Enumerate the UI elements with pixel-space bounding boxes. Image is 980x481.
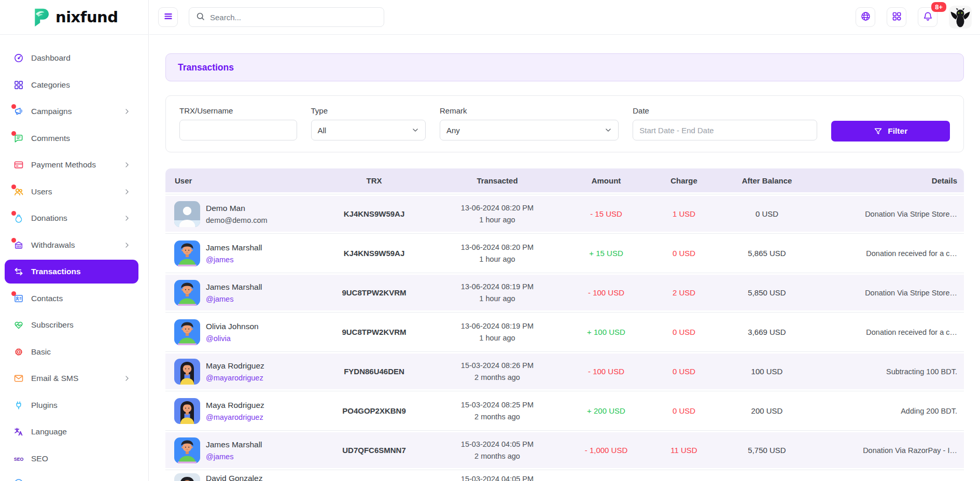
after-balance: 5,865 USD <box>723 249 811 258</box>
details: Subtracting 100 BDT. <box>811 367 964 376</box>
sidebar-item-plugins[interactable]: Plugins <box>5 393 138 417</box>
sidebar-item-withdrawals[interactable]: Withdrawals <box>5 233 138 257</box>
filter-button[interactable]: Filter <box>831 121 950 142</box>
sidebar-item-donations[interactable]: Donations <box>5 206 138 230</box>
table-row[interactable]: Maya Rodriguez @mayarodriguez PO4GOP2XKB… <box>165 393 964 429</box>
filter-button-label: Filter <box>888 126 907 136</box>
search-icon <box>195 11 205 23</box>
user-handle[interactable]: @mayarodriguez <box>206 413 264 421</box>
avatar-james <box>174 437 200 463</box>
amount: + 15 USD <box>567 249 645 258</box>
table-row[interactable]: James Marshall @james KJ4KNS9W59AJ 13-06… <box>165 235 964 271</box>
sidebar-item-users[interactable]: Users <box>5 180 138 204</box>
date-range-input[interactable] <box>633 120 817 140</box>
trx-id: 9UC8TPW2KVRM <box>321 328 427 336</box>
transacted-date: 15-03-2024 08:26 PM <box>427 360 567 372</box>
sidebar-item-language[interactable]: Language <box>5 420 138 444</box>
transacted-cell: 13-06-2024 08:20 PM 1 hour ago <box>427 242 567 265</box>
unread-dot <box>11 131 16 136</box>
sidebar-item-label: Subscribers <box>31 320 74 330</box>
after-balance: 5,850 USD <box>723 288 811 297</box>
after-balance: 100 USD <box>723 367 811 376</box>
type-label: Type <box>311 106 426 115</box>
user-avatar[interactable] <box>949 6 972 29</box>
table-row[interactable]: Demo Man demo@demo.com KJ4KNS9W59AJ 13-0… <box>165 196 964 232</box>
sidebar-item-hidden[interactable] <box>5 471 138 481</box>
bell-icon <box>922 11 933 23</box>
credit-card-icon <box>13 160 24 170</box>
table-body: Demo Man demo@demo.com KJ4KNS9W59AJ 13-0… <box>165 196 964 481</box>
sidebar: nixfund Dashboard Categories Campaigns C… <box>0 0 149 481</box>
avatar-james <box>174 280 200 306</box>
sidebar-item-transactions[interactable]: Transactions <box>5 260 138 284</box>
chevron-right-icon <box>123 108 131 115</box>
user-cell: Demo Man demo@demo.com <box>165 201 321 227</box>
notification-badge: 8+ <box>931 2 946 12</box>
sidebar-item-email-sms[interactable]: Email & SMS <box>5 366 138 390</box>
sidebar-item-campaigns[interactable]: Campaigns <box>5 100 138 123</box>
user-handle[interactable]: @mayarodriguez <box>206 374 264 382</box>
unread-dot <box>11 185 16 189</box>
table-row[interactable]: Maya Rodriguez @mayarodriguez FYDN86U46D… <box>165 353 964 389</box>
table-header-row: UserTRXTransactedAmountChargeAfter Balan… <box>165 168 964 192</box>
search-box[interactable] <box>189 7 384 27</box>
table-row[interactable]: Olivia Johnson @olivia 9UC8TPW2KVRM 13-0… <box>165 314 964 350</box>
sidebar-item-label: Dashboard <box>31 53 71 63</box>
amount: + 200 USD <box>567 406 645 415</box>
nixfund-logo-icon <box>31 7 52 27</box>
user-name: James Marshall <box>206 282 262 292</box>
sidebar-item-dashboard[interactable]: Dashboard <box>5 46 138 70</box>
unread-dot <box>11 291 16 296</box>
type-select[interactable]: All <box>311 120 426 140</box>
column-header-user: User <box>165 176 321 185</box>
user-cell: James Marshall @james <box>165 280 321 306</box>
sidebar-item-comments[interactable]: Comments <box>5 126 138 150</box>
sidebar-item-seo[interactable]: SEO SEO <box>5 447 138 471</box>
menu-toggle-button[interactable] <box>158 7 178 27</box>
circle-icon <box>13 478 24 481</box>
sidebar-item-categories[interactable]: Categories <box>5 73 138 97</box>
user-cell: David Gonzalez <box>165 472 321 481</box>
table-row[interactable]: James Marshall @james 9UC8TPW2KVRM 13-06… <box>165 275 964 310</box>
user-handle[interactable]: @olivia <box>206 334 259 343</box>
megaphone-icon <box>13 106 24 117</box>
amount: + 100 USD <box>567 328 645 336</box>
sidebar-item-contacts[interactable]: Contacts <box>5 287 138 310</box>
table-row[interactable]: James Marshall @james UD7QFC6SMNN7 15-03… <box>165 432 964 468</box>
user-handle[interactable]: demo@demo.com <box>206 216 268 224</box>
sidebar-item-basic[interactable]: Basic <box>5 340 138 364</box>
trx-username-input[interactable] <box>179 120 297 140</box>
brand[interactable]: nixfund <box>0 0 148 35</box>
after-balance: 200 USD <box>723 406 811 415</box>
language-globe-button[interactable] <box>856 7 875 27</box>
sidebar-item-label: Transactions <box>31 267 81 276</box>
user-name: James Marshall <box>206 243 262 252</box>
trx-id: UD7QFC6SMNN7 <box>321 446 427 455</box>
avatar-david <box>174 473 200 481</box>
transacted-cell: 13-06-2024 08:19 PM 1 hour ago <box>427 281 567 305</box>
user-handle[interactable]: @james <box>206 256 262 264</box>
apps-grid-icon <box>891 11 902 23</box>
table-row[interactable]: David Gonzalez 15-03-2024 04:05 PM <box>165 472 964 481</box>
search-input[interactable] <box>210 13 377 22</box>
details: Donation Via Stripe Store… <box>811 210 964 218</box>
transacted-ago: 1 hour ago <box>427 332 567 344</box>
transactions-icon <box>13 266 24 277</box>
user-name: Maya Rodriguez <box>206 361 264 371</box>
user-handle[interactable]: @james <box>206 295 262 303</box>
chevron-right-icon <box>123 375 131 382</box>
apps-grid-button[interactable] <box>887 7 906 27</box>
contact-card-icon <box>13 293 24 304</box>
sidebar-item-label: Contacts <box>31 294 63 303</box>
user-cell: James Marshall @james <box>165 240 321 266</box>
avatar-james <box>174 319 200 345</box>
sidebar-item-payment-methods[interactable]: Payment Methods <box>5 153 138 177</box>
topbar-actions: 8+ <box>856 6 980 29</box>
sidebar-item-subscribers[interactable]: Subscribers <box>5 313 138 337</box>
trx-id: KJ4KNS9W59AJ <box>321 249 427 258</box>
hamburger-icon <box>163 11 174 23</box>
user-handle[interactable]: @james <box>206 452 262 461</box>
remark-select[interactable]: Any <box>440 120 619 140</box>
dragon-avatar-image <box>949 6 972 29</box>
details: Donation Via RazorPay - I… <box>811 446 964 455</box>
